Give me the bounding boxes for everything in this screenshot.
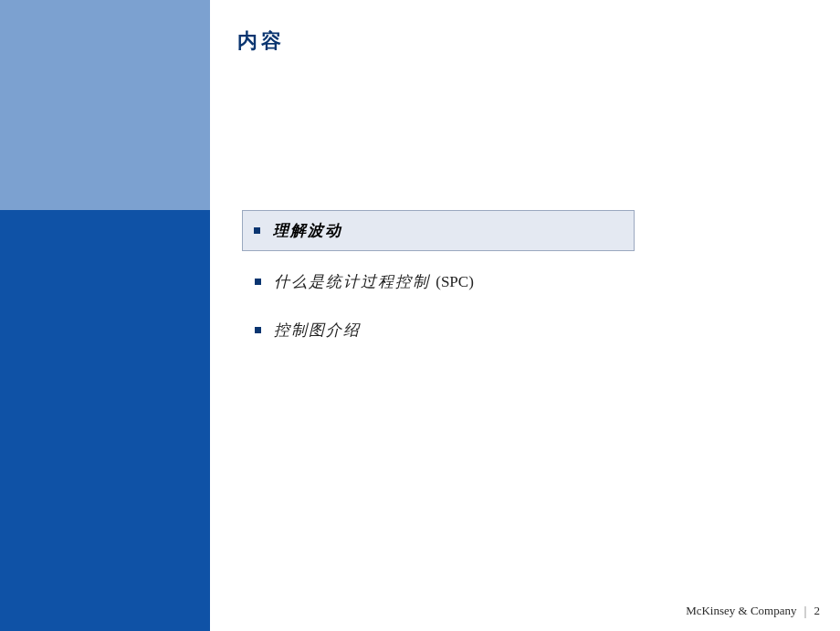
footer-page-number: 2: [814, 604, 821, 618]
list-item-highlighted: 理解波动: [242, 210, 635, 251]
list-item-label: 控制图介绍: [274, 320, 361, 341]
content-list: 理解波动 什么是统计过程控制 (SPC) 控制图介绍: [242, 210, 635, 361]
sidebar-top-panel: [0, 0, 210, 210]
list-item: 什么是统计过程控制 (SPC): [242, 264, 635, 300]
list-item-label: 理解波动: [273, 220, 342, 241]
bullet-icon: [255, 327, 261, 333]
list-item-label: 什么是统计过程控制 (SPC): [274, 271, 474, 292]
bullet-icon: [254, 227, 260, 234]
bullet-icon: [255, 279, 261, 285]
sidebar-bottom-panel: [0, 210, 210, 631]
slide-title: 内容: [237, 27, 285, 55]
footer-company: McKinsey & Company: [686, 604, 796, 618]
footer-divider-icon: |: [803, 605, 806, 618]
list-item: 控制图介绍: [242, 312, 635, 348]
slide-footer: McKinsey & Company | 2: [686, 604, 820, 618]
